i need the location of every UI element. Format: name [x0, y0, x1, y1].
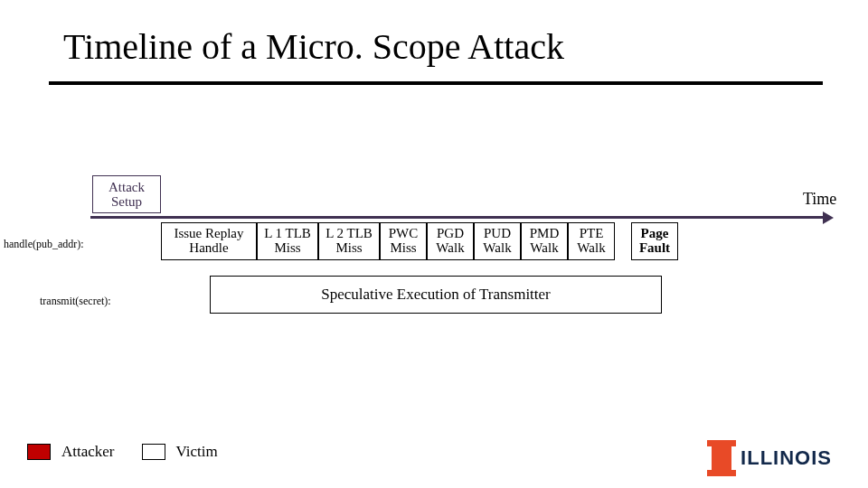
time-axis-label: Time — [803, 190, 836, 209]
arrow-shaft — [90, 216, 823, 219]
arrow-head-icon — [823, 211, 834, 224]
cell-pmd-walk: PMD Walk — [521, 222, 568, 260]
slide: Timeline of a Micro. Scope Attack Attack… — [0, 0, 868, 488]
legend-swatch-victim-icon — [142, 444, 165, 460]
row-label-handle: handle(pub_addr): — [4, 238, 84, 251]
illinois-block-i-icon — [712, 445, 731, 472]
cell-pgd-walk: PGD Walk — [427, 222, 474, 260]
cell-pwc-miss: PWC Miss — [380, 222, 427, 260]
speculative-execution-box: Speculative Execution of Transmitter — [210, 276, 662, 314]
row-label-transmit: transmit(secret): — [40, 295, 111, 308]
cell-gap — [615, 222, 631, 260]
cell-l2-tlb-miss: L 2 TLB Miss — [318, 222, 380, 260]
legend-label-victim: Victim — [176, 443, 218, 461]
illinois-logo: ILLINOIS — [712, 445, 832, 472]
title-underline — [49, 81, 823, 85]
legend-swatch-attacker-icon — [27, 444, 51, 460]
cell-page-fault: Page Fault — [631, 222, 678, 260]
cell-issue-replay-handle: Issue Replay Handle — [161, 222, 257, 260]
cell-l1-tlb-miss: L 1 TLB Miss — [257, 222, 318, 260]
illinois-wordmark: ILLINOIS — [741, 446, 832, 470]
handle-timeline-row: Issue Replay Handle L 1 TLB Miss L 2 TLB… — [161, 222, 678, 260]
legend-label-attacker: Attacker — [61, 443, 115, 461]
attack-setup-box: Attack Setup — [92, 175, 161, 213]
slide-title: Timeline of a Micro. Scope Attack — [63, 25, 564, 68]
cell-pte-walk: PTE Walk — [568, 222, 615, 260]
cell-pud-walk: PUD Walk — [474, 222, 521, 260]
legend: Attacker Victim — [27, 443, 234, 461]
